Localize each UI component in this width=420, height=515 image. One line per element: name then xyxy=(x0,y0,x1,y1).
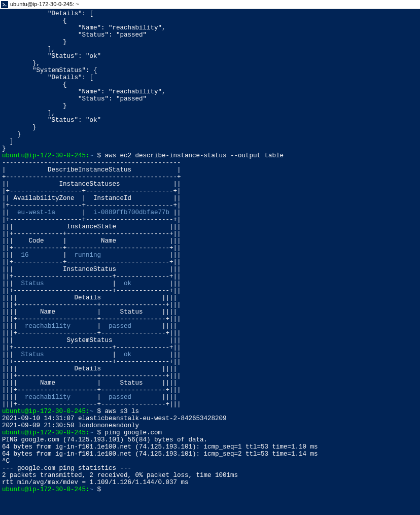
table-row: ||+-------------+-----------------------… xyxy=(2,245,418,252)
table-row: |||+---------------------+--------------… xyxy=(2,330,418,337)
table-row: ||+--------------------------+----------… xyxy=(2,273,418,280)
json-output-line: { xyxy=(2,17,418,24)
ping-output-line: PING google.com (74.125.193.101) 56(84) … xyxy=(2,436,418,443)
table-row: |||| Details |||| xyxy=(2,365,418,372)
json-output-line: "Status": "ok" xyxy=(2,53,418,60)
json-output-line: }, xyxy=(2,60,418,67)
window-titlebar[interactable]: ubuntu@ip-172-30-0-245: ~ xyxy=(0,0,420,9)
ping-output-line: 64 bytes from ig-in-f101.1e100.net (74.1… xyxy=(2,451,418,458)
ping-output-line: 2 packets transmitted, 2 received, 0% pa… xyxy=(2,472,418,479)
json-output-line: "Name": "reachability", xyxy=(2,24,418,31)
table-row: ||| 16 | running ||| xyxy=(2,252,418,259)
prompt-line: ubuntu@ip-172-30-0-245:~ $ xyxy=(2,486,418,493)
ping-output-line: --- google.com ping statistics --- xyxy=(2,465,418,472)
json-output-line: ], xyxy=(2,46,418,53)
table-row: ||| Status | ok ||| xyxy=(2,280,418,287)
table-row: |||| reachability | passed |||| xyxy=(2,323,418,330)
table-row: || AvailabilityZone | InstanceId || xyxy=(2,195,418,202)
table-row: ||| InstanceStatus ||| xyxy=(2,266,418,273)
table-row: || eu-west-1a | i-0889ffb700dbfae77b || xyxy=(2,209,418,216)
json-output-line: "Status": "passed" xyxy=(2,95,418,102)
json-output-line: } xyxy=(2,124,418,131)
table-row: ||+--------------------------+----------… xyxy=(2,358,418,365)
table-row: | DescribeInstanceStatus | xyxy=(2,166,418,174)
table-row: |+-------------------+------------------… xyxy=(2,188,418,195)
json-output-line: } xyxy=(2,39,418,46)
prompt-line: ubuntu@ip-172-30-0-245:~ $ ping google.c… xyxy=(2,429,418,436)
json-output-line: } xyxy=(2,145,418,152)
table-row: +---------------------------------------… xyxy=(2,174,418,181)
table-row: |||+---------------------+--------------… xyxy=(2,316,418,323)
ping-output-line: ^C xyxy=(2,458,418,465)
table-row: |||+---------------------+--------------… xyxy=(2,387,418,394)
json-output-line: "SystemStatus": { xyxy=(2,67,418,74)
json-output-line: ], xyxy=(2,110,418,117)
table-row: |||| Details |||| xyxy=(2,294,418,301)
table-row: |+-------------------+------------------… xyxy=(2,216,418,223)
table-row: |||+---------------------+--------------… xyxy=(2,372,418,380)
table-row: |||| Name | Status |||| xyxy=(2,308,418,316)
table-row: ||+--------------------------+----------… xyxy=(2,344,418,351)
table-row: |||+---------------------+--------------… xyxy=(2,401,418,408)
table-row: ||| Code | Name ||| xyxy=(2,237,418,245)
json-output-line: { xyxy=(2,81,418,88)
ping-output-line: 64 bytes from ig-in-f101.1e100.net (74.1… xyxy=(2,443,418,451)
table-row: |||| reachability | passed |||| xyxy=(2,394,418,401)
table-row: || InstanceStatuses || xyxy=(2,181,418,188)
window-title: ubuntu@ip-172-30-0-245: ~ xyxy=(10,1,79,7)
table-row: ||+-------------+-----------------------… xyxy=(2,230,418,237)
json-output-line: "Status": "ok" xyxy=(2,117,418,124)
json-output-line: "Status": "passed" xyxy=(2,31,418,39)
table-row: ||| InstanceState ||| xyxy=(2,223,418,230)
prompt-line: ubuntu@ip-172-30-0-245:~ $ aws s3 ls xyxy=(2,408,418,415)
table-row: ||+--------------------------+----------… xyxy=(2,287,418,294)
json-output-line: } xyxy=(2,131,418,138)
json-output-line: "Details": [ xyxy=(2,74,418,81)
json-output-line: "Details": [ xyxy=(2,10,418,17)
table-row: ||| Status | ok ||| xyxy=(2,351,418,358)
json-output-line: "Name": "reachability", xyxy=(2,88,418,95)
table-row: ----------------------------------------… xyxy=(2,159,418,166)
terminal-area[interactable]: "Details": [ { "Name": "reachability", "… xyxy=(0,9,420,494)
table-row: |||| Name | Status |||| xyxy=(2,380,418,387)
s3-output-line: 2021-09-10 14:31:07 elasticbeanstalk-eu-… xyxy=(2,415,418,422)
table-row: |||+---------------------+--------------… xyxy=(2,301,418,308)
prompt-line: ubuntu@ip-172-30-0-245:~ $ aws ec2 descr… xyxy=(2,152,418,159)
powershell-icon xyxy=(1,1,8,8)
json-output-line: ] xyxy=(2,138,418,145)
table-row: ||| SystemStatus ||| xyxy=(2,337,418,344)
json-output-line: } xyxy=(2,102,418,110)
s3-output-line: 2021-09-09 21:30:50 londononeandonly xyxy=(2,422,418,429)
table-row: ||+-------------+-----------------------… xyxy=(2,259,418,266)
table-row: |+-------------------+------------------… xyxy=(2,202,418,209)
ping-output-line: rtt min/avg/max/mdev = 1.109/1.126/1.144… xyxy=(2,479,418,486)
